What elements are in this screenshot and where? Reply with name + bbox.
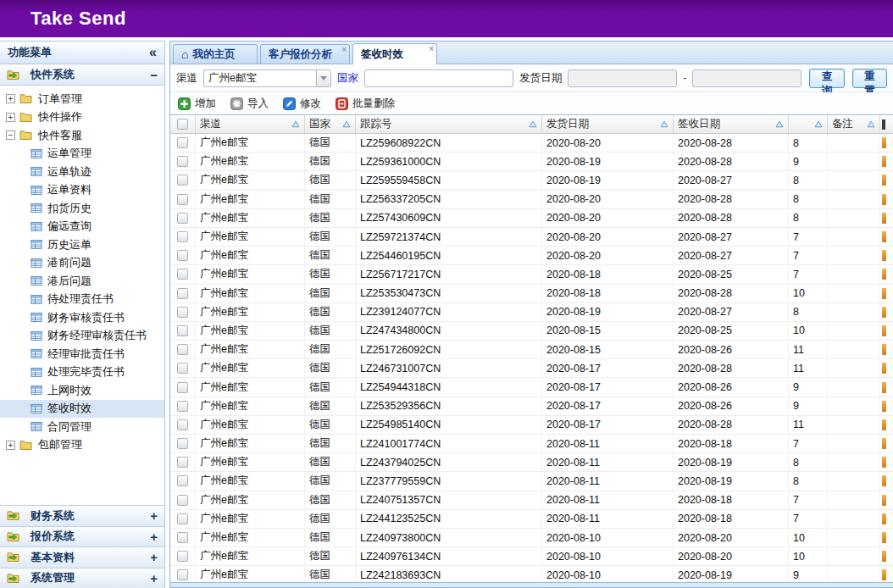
table-row[interactable]: 广州e邮宝 德国 LZ240751357CN 2020-08-11 2020-0… (170, 491, 893, 510)
tree-item[interactable]: + 包邮管理 (0, 436, 164, 455)
tree-toggle-icon[interactable]: + (6, 441, 15, 450)
tree-item[interactable]: 历史运单 (0, 236, 164, 254)
table-row[interactable]: 广州e邮宝 德国 LZ240973800CN 2020-08-10 2020-0… (170, 529, 893, 547)
batch-delete-button[interactable]: 批量删除 (336, 97, 395, 111)
row-checkbox[interactable] (177, 231, 188, 242)
table-row[interactable]: 广州e邮宝 德国 LZ256337205CN 2020-08-20 2020-0… (170, 191, 893, 209)
table-row[interactable]: 广州e邮宝 德国 LZ257430609CN 2020-08-20 2020-0… (170, 209, 893, 228)
expand-section-icon[interactable]: + (150, 530, 158, 544)
tree-item[interactable]: 处理完毕责任书 (0, 363, 164, 382)
column-header-note[interactable]: 备注 (828, 115, 880, 133)
table-row[interactable]: 广州e邮宝 德国 LZ254944318CN 2020-08-17 2020-0… (170, 378, 893, 397)
row-checkbox[interactable] (177, 250, 188, 261)
column-header-channel[interactable]: 渠道 (196, 115, 305, 133)
table-row[interactable]: 广州e邮宝 德国 LZ259721374CN 2020-08-20 2020-0… (170, 228, 893, 247)
sidebar-section[interactable]: 报价系统 + (0, 526, 164, 547)
tree-item[interactable]: + 快件操作 (0, 108, 164, 127)
table-row[interactable]: 广州e邮宝 德国 LZ259559458CN 2020-08-19 2020-0… (170, 171, 893, 190)
row-checkbox[interactable] (177, 194, 188, 205)
date-from-input[interactable] (568, 69, 677, 87)
tree-item[interactable]: 待处理责任书 (0, 291, 164, 309)
column-header-country[interactable]: 国家 (305, 115, 356, 133)
row-checkbox[interactable] (177, 175, 188, 186)
row-checkbox[interactable] (177, 288, 188, 299)
tree-item[interactable]: 签收时效 (0, 400, 164, 419)
table-row[interactable]: 广州e邮宝 德国 LZ247434800CN 2020-08-15 2020-0… (170, 322, 893, 341)
row-checkbox[interactable] (177, 137, 188, 148)
column-header-tracking[interactable]: 跟踪号 (356, 115, 542, 133)
row-checkbox[interactable] (177, 457, 188, 468)
table-row[interactable]: 广州e邮宝 德国 LZ243794025CN 2020-08-11 2020-0… (170, 453, 893, 472)
edit-button[interactable]: 修改 (283, 97, 321, 111)
table-row[interactable]: 广州e邮宝 德国 LZ256717217CN 2020-08-18 2020-0… (170, 265, 893, 284)
tree-item[interactable]: − 快件客服 (0, 126, 164, 145)
channel-input[interactable] (203, 69, 316, 87)
sidebar-section-express-system[interactable]: 快件系统 − (0, 64, 164, 86)
tab[interactable]: ⌂ 客户报价分析 × (260, 44, 350, 64)
tree-item[interactable]: 运单资料 (0, 181, 164, 200)
row-checkbox[interactable] (177, 363, 188, 374)
table-row[interactable]: 广州e邮宝 德国 LZ254985140CN 2020-08-17 2020-0… (170, 416, 893, 435)
date-to-input[interactable] (692, 69, 801, 87)
sidebar-section[interactable]: 财务系统 + (0, 505, 164, 526)
row-checkbox[interactable] (177, 213, 188, 224)
table-row[interactable]: 广州e邮宝 德国 LZ237779559CN 2020-08-11 2020-0… (170, 472, 893, 491)
tree-toggle-icon[interactable]: − (6, 130, 15, 140)
table-row[interactable]: 广州e邮宝 德国 LZ259361000CN 2020-08-19 2020-0… (170, 153, 893, 171)
row-checkbox[interactable] (177, 344, 188, 355)
table-row[interactable]: 广州e邮宝 德国 LZ241001774CN 2020-08-11 2020-0… (170, 435, 893, 453)
sidebar-section[interactable]: 基本资料 + (0, 546, 164, 568)
row-checkbox[interactable] (177, 438, 188, 449)
table-row[interactable]: 广州e邮宝 德国 LZ244123525CN 2020-08-11 2020-0… (170, 510, 893, 529)
row-checkbox[interactable] (177, 513, 188, 524)
tree-item[interactable]: 港后问题 (0, 272, 164, 291)
row-checkbox[interactable] (177, 382, 188, 393)
table-row[interactable]: 广州e邮宝 德国 LZ253530473CN 2020-08-18 2020-0… (170, 285, 893, 303)
table-row[interactable]: 广州e邮宝 德国 LZ254460195CN 2020-08-20 2020-0… (170, 247, 893, 265)
row-checkbox[interactable] (177, 419, 188, 430)
tree-item[interactable]: 财务审核责任书 (0, 308, 164, 327)
expand-section-icon[interactable]: + (150, 571, 158, 585)
row-checkbox[interactable] (177, 401, 188, 412)
column-header-ship-date[interactable]: 发货日期 (542, 115, 674, 133)
row-checkbox[interactable] (177, 325, 188, 336)
row-checkbox[interactable] (177, 532, 188, 543)
column-header-sign-date[interactable]: 签收日期 (674, 115, 789, 133)
row-checkbox[interactable] (177, 569, 188, 580)
country-input[interactable] (364, 69, 513, 87)
table-row[interactable]: 广州e邮宝 德国 LZ240976134CN 2020-08-10 2020-0… (170, 547, 893, 566)
tree-item[interactable]: 财务经理审核责任书 (0, 327, 164, 346)
table-row[interactable]: 广州e邮宝 德国 LZ251726092CN 2020-08-15 2020-0… (170, 341, 893, 359)
row-checkbox[interactable] (177, 156, 188, 167)
sidebar-section[interactable]: 系统管理 + (0, 568, 164, 588)
tree-item[interactable]: 上网时效 (0, 381, 164, 400)
table-row[interactable]: 广州e邮宝 德国 LZ246731007CN 2020-08-17 2020-0… (170, 359, 893, 378)
reset-button[interactable]: 重置 (852, 69, 887, 88)
channel-select[interactable] (203, 69, 331, 87)
tab-close-icon[interactable]: × (341, 46, 347, 54)
tree-item[interactable]: 运单管理 (0, 145, 164, 164)
expand-section-icon[interactable]: + (150, 508, 158, 523)
tree-item[interactable]: 合同管理 (0, 418, 164, 436)
column-header-days[interactable] (789, 115, 828, 133)
import-button[interactable]: 导入 (230, 97, 269, 111)
table-row[interactable]: 广州e邮宝 德国 LZ259608922CN 2020-08-20 2020-0… (170, 134, 893, 153)
tree-item[interactable]: 扣货历史 (0, 199, 164, 218)
table-row[interactable]: 广州e邮宝 德国 LZ239124077CN 2020-08-19 2020-0… (170, 303, 893, 322)
tree-item[interactable]: 港前问题 (0, 254, 164, 273)
tab-close-icon[interactable]: × (429, 45, 434, 53)
collapse-section-icon[interactable]: − (150, 68, 158, 82)
tree-toggle-icon[interactable]: + (6, 94, 15, 103)
channel-dropdown-trigger[interactable] (316, 69, 331, 87)
select-all-checkbox[interactable] (177, 119, 188, 130)
tree-item[interactable]: 偏远查询 (0, 218, 164, 236)
tree-item[interactable]: 经理审批责任书 (0, 345, 164, 363)
row-checkbox[interactable] (177, 495, 188, 506)
tree-toggle-icon[interactable]: + (6, 113, 15, 122)
row-checkbox[interactable] (177, 475, 188, 486)
tab[interactable]: ⌂ 我的主页 (173, 44, 258, 64)
row-checkbox[interactable] (177, 551, 188, 562)
expand-section-icon[interactable]: + (150, 550, 158, 564)
collapse-sidebar-icon[interactable]: « (149, 45, 157, 60)
row-checkbox[interactable] (177, 269, 188, 280)
